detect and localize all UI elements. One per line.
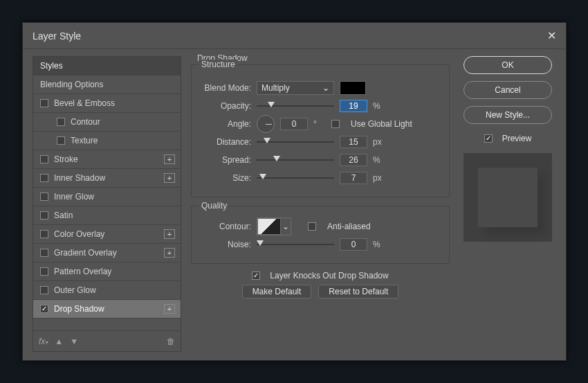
size-label: Size: xyxy=(201,173,251,183)
style-row[interactable]: Pattern Overlay xyxy=(33,262,181,281)
style-row[interactable]: Inner Shadow+ xyxy=(33,169,181,188)
distance-slider[interactable] xyxy=(257,137,334,147)
style-label: Drop Shadow xyxy=(54,304,104,314)
style-row[interactable]: Inner Glow xyxy=(33,188,181,206)
size-slider[interactable] xyxy=(257,173,334,183)
antialiased-label: Anti-aliased xyxy=(327,222,371,231)
style-label: Gradient Overlay xyxy=(54,248,117,258)
angle-label: Angle: xyxy=(201,119,251,129)
style-label: Inner Glow xyxy=(54,192,94,202)
knockout-checkbox[interactable]: ✓ xyxy=(252,271,260,280)
style-label: Color Overlay xyxy=(54,229,104,239)
drop-shadow-panel: Drop Shadow Structure Blend Mode: Multip… xyxy=(191,56,450,352)
noise-slider[interactable] xyxy=(257,240,334,249)
opacity-input[interactable]: 19 xyxy=(340,100,367,112)
style-label: Contour xyxy=(71,117,100,127)
new-style-button[interactable]: New Style... xyxy=(463,106,552,124)
cancel-button[interactable]: Cancel xyxy=(463,81,552,99)
style-checkbox[interactable] xyxy=(40,267,48,276)
blend-mode-select[interactable]: Multiply ⌄ xyxy=(257,81,334,95)
chevron-down-icon: ⌄ xyxy=(322,83,329,93)
move-up-icon[interactable]: ▲ xyxy=(55,337,63,346)
spread-slider[interactable] xyxy=(257,155,334,165)
style-row[interactable]: Bevel & Emboss xyxy=(33,94,181,113)
style-checkbox[interactable] xyxy=(40,99,48,107)
style-row[interactable]: Texture xyxy=(33,132,181,150)
style-checkbox[interactable] xyxy=(57,136,65,145)
contour-label: Contour: xyxy=(201,222,251,231)
style-checkbox[interactable]: ✓ xyxy=(40,305,48,313)
style-row[interactable]: Gradient Overlay+ xyxy=(33,244,181,262)
right-column: OK Cancel New Style... ✓ Preview xyxy=(459,56,556,352)
style-row[interactable]: ✓Drop Shadow+ xyxy=(33,300,181,319)
style-row[interactable]: Color Overlay+ xyxy=(33,225,181,244)
noise-input[interactable]: 0 xyxy=(340,238,367,251)
style-checkbox[interactable] xyxy=(40,249,48,257)
style-label: Bevel & Emboss xyxy=(54,98,115,108)
spread-input[interactable]: 26 xyxy=(340,154,367,166)
quality-label: Quality xyxy=(199,201,230,211)
style-label: Satin xyxy=(54,211,73,220)
knockout-label: Layer Knocks Out Drop Shadow xyxy=(270,271,388,280)
style-checkbox[interactable] xyxy=(40,211,48,220)
style-row[interactable]: Contour xyxy=(33,113,181,132)
opacity-label: Opacity: xyxy=(201,101,251,111)
dialog-title: Layer Style xyxy=(33,30,81,42)
add-effect-icon[interactable]: + xyxy=(164,154,175,164)
ok-button[interactable]: OK xyxy=(463,56,552,74)
style-row[interactable]: Satin xyxy=(33,206,181,225)
add-effect-icon[interactable]: + xyxy=(164,173,175,183)
reset-default-button[interactable]: Reset to Default xyxy=(318,285,398,299)
distance-label: Distance: xyxy=(201,137,251,147)
opacity-slider[interactable] xyxy=(257,101,334,111)
styles-header[interactable]: Styles xyxy=(33,57,181,75)
noise-label: Noise: xyxy=(201,240,251,249)
style-row[interactable]: Stroke+ xyxy=(33,150,181,169)
blend-mode-label: Blend Mode: xyxy=(201,83,251,93)
angle-dial[interactable] xyxy=(257,115,275,133)
use-global-light-checkbox[interactable] xyxy=(331,120,340,128)
antialiased-checkbox[interactable] xyxy=(308,222,316,231)
style-label: Outer Glow xyxy=(54,285,96,295)
use-global-light-label: Use Global Light xyxy=(351,119,412,129)
preview-checkbox[interactable]: ✓ xyxy=(484,134,493,143)
trash-icon[interactable]: 🗑 xyxy=(167,337,175,346)
styles-list: Styles Blending Options Bevel & EmbossCo… xyxy=(33,56,181,352)
contour-swatch-icon xyxy=(257,218,281,235)
fx-icon[interactable]: fx▾ xyxy=(39,337,48,346)
style-checkbox[interactable] xyxy=(57,118,65,126)
style-label: Stroke xyxy=(54,154,78,164)
chevron-down-icon: ⌄ xyxy=(281,222,291,231)
structure-fieldset: Structure Blend Mode: Multiply ⌄ Opacity… xyxy=(191,64,450,197)
titlebar: Layer Style ✕ xyxy=(23,23,566,49)
style-label: Pattern Overlay xyxy=(54,267,111,276)
add-effect-icon[interactable]: + xyxy=(164,304,175,314)
close-icon[interactable]: ✕ xyxy=(547,29,556,42)
layer-style-dialog: Layer Style ✕ Styles Blending Options Be… xyxy=(22,22,567,361)
style-row[interactable]: Outer Glow xyxy=(33,281,181,300)
style-checkbox[interactable] xyxy=(40,230,48,238)
structure-label: Structure xyxy=(199,60,238,69)
quality-fieldset: Quality Contour: ⌄ Anti-aliased Noise: 0… xyxy=(191,206,450,264)
add-effect-icon[interactable]: + xyxy=(164,229,175,239)
blending-options-row[interactable]: Blending Options xyxy=(33,75,181,94)
shadow-color-swatch[interactable] xyxy=(340,81,366,95)
make-default-button[interactable]: Make Default xyxy=(242,285,312,299)
style-checkbox[interactable] xyxy=(40,155,48,163)
move-down-icon[interactable]: ▼ xyxy=(70,337,78,346)
preview-label: Preview xyxy=(502,134,532,143)
style-label: Inner Shadow xyxy=(54,173,105,183)
spread-label: Spread: xyxy=(201,155,251,165)
angle-input[interactable]: 0 xyxy=(280,118,308,130)
style-checkbox[interactable] xyxy=(40,286,48,294)
contour-picker[interactable]: ⌄ xyxy=(257,217,291,235)
styles-footer: fx▾ ▲ ▼ 🗑 xyxy=(33,330,181,351)
distance-input[interactable]: 15 xyxy=(340,136,367,148)
style-checkbox[interactable] xyxy=(40,174,48,182)
style-label: Texture xyxy=(71,136,98,145)
add-effect-icon[interactable]: + xyxy=(164,248,175,258)
size-input[interactable]: 7 xyxy=(340,172,367,184)
preview-thumbnail xyxy=(463,153,552,242)
style-checkbox[interactable] xyxy=(40,193,48,201)
